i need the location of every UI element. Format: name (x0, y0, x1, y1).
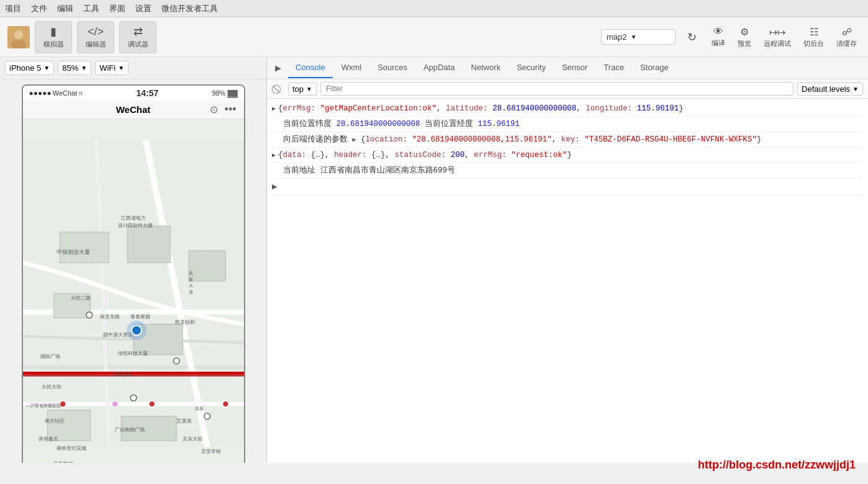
expand-icon[interactable]: ▶ (272, 104, 276, 114)
menu-tools[interactable]: 工具 (83, 3, 99, 14)
signal-indicator: ●●●●● (29, 89, 52, 97)
tab-console[interactable]: Console (288, 58, 333, 78)
svg-point-20 (173, 358, 179, 364)
eye-icon: 👁 (713, 26, 723, 37)
console-line: ▶ {errMsg: "getMapCenterLocation:ok", la… (272, 101, 863, 117)
network-selector[interactable]: WiFi ▼ (95, 61, 129, 75)
svg-text:设计院软件大楼: 设计院软件大楼 (118, 223, 153, 228)
cut-back-icon: ☷ (810, 26, 818, 38)
main-content: iPhone 5 ▼ 85% ▼ WiFi ▼ ●●●●● WeChat ⌗ 1… (0, 57, 868, 463)
project-name: map2 (607, 32, 627, 42)
menu-project[interactable]: 项目 (5, 3, 21, 14)
simulator-button[interactable]: ▮ 模拟器 (35, 21, 72, 53)
simulator-label: 模拟器 (43, 40, 64, 49)
chevron-down-icon: ▼ (118, 65, 124, 71)
record-icon: ⊙ (210, 104, 218, 115)
svg-text:高: 高 (189, 271, 193, 276)
menu-settings[interactable]: 设置 (135, 3, 151, 14)
console-filter-input[interactable] (320, 82, 793, 96)
chevron-down-icon: ▼ (43, 65, 50, 71)
prompt-arrow: ▶ (272, 180, 277, 194)
svg-point-23 (148, 401, 155, 407)
console-line: 当前地址 江西省南昌市青山湖区南京东路699号 (272, 163, 863, 179)
cut-back-button[interactable]: ☷ 切后台 (800, 24, 828, 51)
svg-text:绿悦科技大厦: 绿悦科技大厦 (118, 351, 148, 356)
preview-icon: ⚙ (740, 26, 749, 38)
chevron-down-icon: ▼ (631, 34, 637, 40)
svg-text:园中源大酒店: 园中源大酒店 (102, 332, 132, 338)
remote-debug-button[interactable]: ↦↦ 远程调试 (760, 24, 795, 51)
clear-cache-button[interactable]: ☍ 清缓存 (833, 24, 861, 51)
debugger-label: 调试器 (128, 40, 148, 49)
expand-icon[interactable]: ▶ (353, 137, 356, 143)
svg-text:新: 新 (189, 277, 193, 282)
level-value: Default levels (802, 84, 850, 94)
svg-text:—沪西省肿瘤医院—: —沪西省肿瘤医院— (25, 403, 65, 408)
preview-button[interactable]: ⚙ 预览 (734, 24, 755, 51)
svg-text:南京东路: 南京东路 (99, 314, 119, 320)
more-icon: ••• (225, 103, 237, 116)
menu-file[interactable]: 文件 (31, 3, 47, 14)
menu-interface[interactable]: 界面 (109, 3, 125, 14)
device-panel: iPhone 5 ▼ 85% ▼ WiFi ▼ ●●●●● WeChat ⌗ 1… (0, 57, 267, 463)
avatar (7, 26, 30, 48)
tab-security[interactable]: Security (509, 58, 553, 78)
layers-icon: ☍ (842, 26, 852, 38)
console-line: ▶ {data: {…}, header: {…}, statusCode: 2… (272, 148, 863, 163)
tab-wxml[interactable]: Wxml (334, 58, 369, 78)
simulator-icon: ▮ (50, 25, 57, 38)
battery-level: 98% ▓▓ (212, 89, 237, 97)
debugger-button[interactable]: ⇄ 调试器 (119, 21, 156, 53)
toolbar: ▮ 模拟器 </> 编辑器 ⇄ 调试器 map2 ▼ ↻ 👁 编译 ⚙ 预览 ↦… (0, 17, 868, 57)
svg-text:青春家园: 青春家园 (130, 314, 150, 320)
svg-text:江西省电力: 江西省电力 (121, 215, 146, 221)
cut-back-label: 切后台 (803, 39, 824, 48)
context-selector[interactable]: top ▼ (288, 83, 317, 96)
devtools-target-icon[interactable]: ▶ (269, 60, 287, 77)
svg-point-24 (222, 401, 228, 407)
menu-edit[interactable]: 编辑 (57, 3, 73, 14)
svg-point-17 (132, 325, 142, 335)
menu-wechat-dev[interactable]: 微信开发者工具 (161, 3, 218, 14)
console-toolbar: ⃠ top ▼ Default levels ▼ (267, 79, 868, 99)
clear-cache-label: 清缓存 (836, 39, 857, 48)
tab-sources[interactable]: Sources (370, 58, 415, 78)
time-display: 14:57 (83, 88, 212, 98)
compile-button[interactable]: 👁 编译 (708, 24, 729, 50)
zoom-selector[interactable]: 85% ▼ (58, 61, 91, 75)
app-title: WeChat (116, 104, 151, 115)
chevron-down-icon: ▼ (852, 86, 859, 92)
devtools-panel: ▶ Console Wxml Sources AppData Network S… (267, 57, 868, 463)
svg-text:京安学校: 京安学校 (201, 449, 220, 454)
tab-storage[interactable]: Storage (633, 58, 676, 78)
device-screen: ●●●●● WeChat ⌗ 14:57 98% ▓▓ WeChat ⊙ ••• (0, 79, 266, 463)
svg-point-25 (112, 401, 118, 407)
zoom-level: 85% (62, 63, 78, 73)
svg-text:天幕影城: 天幕影城 (112, 372, 132, 378)
svg-text:广信购物广场: 广信购物广场 (115, 428, 145, 433)
expand-icon[interactable]: ▶ (272, 151, 276, 161)
preview-label: 预览 (738, 39, 751, 48)
tab-trace[interactable]: Trace (596, 58, 631, 78)
tab-network[interactable]: Network (464, 58, 509, 78)
debugger-icon: ⇄ (133, 25, 143, 38)
clear-console-button[interactable]: ⃠ (272, 83, 284, 95)
svg-rect-10 (127, 226, 170, 262)
svg-text:弄燕春天: 弄燕春天 (38, 436, 58, 442)
tab-appdata[interactable]: AppData (416, 58, 463, 78)
device-toolbar: iPhone 5 ▼ 85% ▼ WiFi ▼ (0, 57, 266, 79)
menu-bar: 项目 文件 编辑 工具 界面 设置 微信开发者工具 (0, 0, 868, 17)
device-selector[interactable]: iPhone 5 ▼ (5, 61, 54, 75)
remote-debug-label: 远程调试 (764, 39, 791, 48)
map-container[interactable]: 中锐创业大厦 江西省电力 设计院软件大楼 火炬二路 南京东路 青春家园 凯美怡和… (23, 119, 244, 463)
project-selector[interactable]: map2 ▼ (601, 29, 676, 45)
editor-button[interactable]: </> 编辑器 (77, 21, 114, 53)
map-svg: 中锐创业大厦 江西省电力 设计院软件大楼 火炬二路 南京东路 青春家园 凯美怡和… (23, 119, 244, 463)
phone-frame: ●●●●● WeChat ⌗ 14:57 98% ▓▓ WeChat ⊙ ••• (22, 84, 245, 463)
chevron-down-icon: ▼ (81, 65, 87, 71)
level-selector[interactable]: Default levels ▼ (797, 83, 863, 96)
svg-rect-11 (189, 251, 225, 281)
editor-label: 编辑器 (86, 40, 106, 49)
refresh-button[interactable]: ↻ (680, 26, 703, 48)
tab-sensor[interactable]: Sensor (554, 58, 595, 78)
